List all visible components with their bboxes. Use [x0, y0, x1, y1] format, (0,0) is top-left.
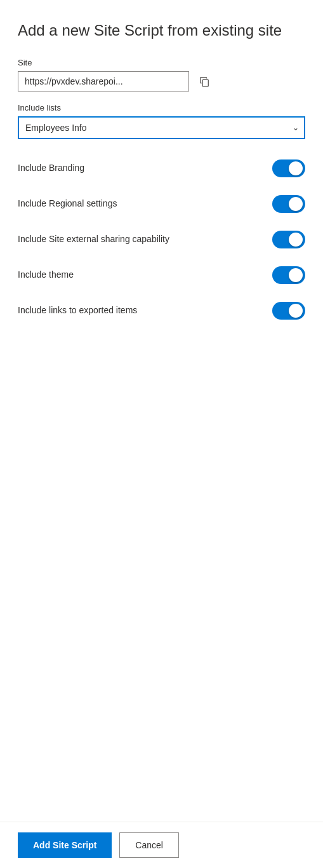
site-input[interactable]	[18, 71, 189, 92]
toggle-row-regional: Include Regional settings	[18, 186, 305, 222]
include-lists-field-group: Include lists Employees Info ⌄	[18, 103, 305, 139]
toggle-slider-external	[272, 231, 305, 248]
panel-footer: Add Site Script Cancel	[0, 822, 323, 868]
toggle-slider-theme	[272, 266, 305, 284]
toggles-section: Include Branding Include Regional settin…	[18, 151, 305, 329]
toggle-branding[interactable]	[272, 159, 305, 177]
toggle-external[interactable]	[272, 231, 305, 248]
toggle-label-links: Include links to exported items	[18, 304, 272, 317]
toggle-row-external: Include Site external sharing capability	[18, 222, 305, 257]
toggle-theme[interactable]	[272, 266, 305, 284]
toggle-row-links: Include links to exported items	[18, 293, 305, 329]
toggle-regional[interactable]	[272, 195, 305, 213]
lists-dropdown[interactable]: Employees Info	[18, 116, 305, 139]
toggle-label-branding: Include Branding	[18, 162, 272, 175]
site-input-row	[18, 71, 305, 92]
include-lists-label: Include lists	[18, 103, 305, 112]
toggle-slider-regional	[272, 195, 305, 213]
copy-url-button[interactable]	[194, 71, 214, 92]
add-site-script-button[interactable]: Add Site Script	[18, 832, 112, 858]
lists-dropdown-wrapper: Employees Info ⌄	[18, 116, 305, 139]
toggle-row-branding: Include Branding	[18, 151, 305, 186]
toggle-label-regional: Include Regional settings	[18, 198, 272, 210]
site-field-group: Site	[18, 58, 305, 92]
site-label: Site	[18, 58, 305, 67]
toggle-slider-links	[272, 302, 305, 320]
toggle-links[interactable]	[272, 302, 305, 320]
svg-rect-0	[202, 79, 208, 86]
toggle-label-external: Include Site external sharing capability	[18, 233, 272, 246]
cancel-button[interactable]: Cancel	[119, 832, 179, 858]
toggle-row-theme: Include theme	[18, 257, 305, 293]
toggle-label-theme: Include theme	[18, 269, 272, 281]
panel-title: Add a new Site Script from existing site	[18, 20, 305, 40]
toggle-slider-branding	[272, 159, 305, 177]
copy-icon	[199, 76, 210, 87]
